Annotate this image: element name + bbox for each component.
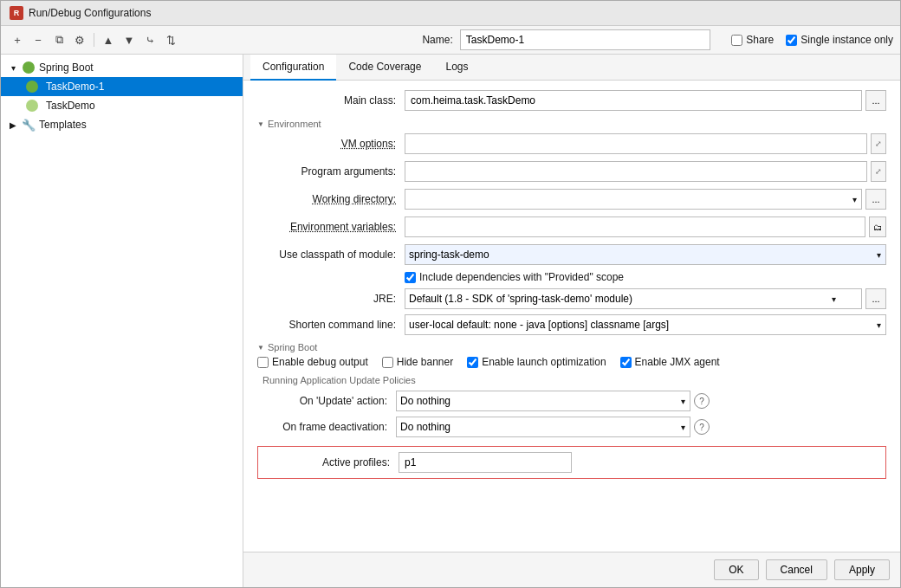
jre-label: JRE:: [257, 293, 405, 305]
main-window: R Run/Debug Configurations + − ⧉ ⚙ ▲ ▼ ⤷…: [0, 0, 901, 588]
hide-banner-check-label[interactable]: Hide banner: [382, 356, 453, 368]
cancel-button[interactable]: Cancel: [766, 559, 827, 580]
working-dir-browse-button[interactable]: ...: [865, 189, 886, 210]
on-update-row: On 'Update' action: Do nothing ?: [257, 391, 886, 411]
sidebar-item-templates[interactable]: ▶ 🔧 Templates: [1, 115, 243, 134]
enable-launch-check-label[interactable]: Enable launch optimization: [467, 356, 606, 368]
vm-options-label: VM options:: [257, 138, 405, 150]
include-deps-label[interactable]: Include dependencies with "Provided" sco…: [405, 271, 624, 283]
sidebar: ▾ Spring Boot TaskDemo-1 TaskDemo: [1, 55, 243, 587]
shorten-select[interactable]: user-local default: none - java [options…: [405, 314, 886, 335]
templates-label: Templates: [39, 119, 87, 131]
taskdemo-1-spring-icon: [26, 81, 38, 93]
env-vars-row: Environment variables: 🗂: [257, 216, 886, 238]
environment-section-header: ▼ Environment: [257, 119, 886, 129]
sort-button[interactable]: ⇅: [161, 30, 180, 49]
env-vars-control: 🗂: [405, 216, 886, 237]
env-vars-browse-button[interactable]: 🗂: [869, 216, 886, 237]
enable-jmx-check-label[interactable]: Enable JMX agent: [620, 356, 720, 368]
config-panel: Main class: ... ▼ Environment VM options…: [243, 81, 900, 552]
include-deps-row: Include dependencies with "Provided" sco…: [405, 271, 886, 283]
classpath-select[interactable]: spring-task-demo: [405, 244, 886, 265]
single-instance-checkbox[interactable]: [786, 35, 797, 46]
right-panel: Configuration Code Coverage Logs Main cl…: [243, 55, 900, 587]
include-deps-checkbox[interactable]: [405, 272, 416, 283]
enable-debug-checkbox[interactable]: [257, 357, 269, 368]
tabs-bar: Configuration Code Coverage Logs: [243, 55, 900, 81]
enable-debug-check-label[interactable]: Enable debug output: [257, 356, 368, 368]
classpath-row: Use classpath of module: spring-task-dem…: [257, 243, 886, 266]
main-class-label: Main class:: [257, 94, 405, 107]
enable-launch-checkbox[interactable]: [467, 357, 478, 368]
spring-boot-section-label: Spring Boot: [268, 342, 317, 352]
remove-button[interactable]: −: [29, 30, 48, 49]
on-frame-select[interactable]: Do nothing: [396, 417, 690, 437]
enable-jmx-checkbox[interactable]: [620, 357, 632, 368]
env-vars-label: Environment variables:: [257, 221, 405, 233]
on-update-select[interactable]: Do nothing: [396, 391, 690, 411]
jre-select[interactable]: Default (1.8 - SDK of 'spring-task-demo'…: [405, 288, 862, 309]
title-bar: R Run/Debug Configurations: [1, 1, 900, 26]
main-class-browse-button[interactable]: ...: [865, 90, 886, 111]
hide-banner-checkbox[interactable]: [382, 357, 393, 368]
on-frame-row: On frame deactivation: Do nothing ?: [257, 417, 886, 437]
spring-boot-expander[interactable]: ▾: [8, 63, 18, 73]
sidebar-item-taskdemo[interactable]: TaskDemo: [1, 96, 243, 115]
jre-browse-button[interactable]: ...: [865, 288, 886, 309]
on-update-help-icon[interactable]: ?: [694, 393, 710, 409]
share-label: Share: [746, 34, 774, 46]
single-instance-label[interactable]: Single instance only: [786, 34, 893, 46]
env-vars-input[interactable]: [405, 216, 865, 237]
sidebar-item-spring-boot-group[interactable]: ▾ Spring Boot: [1, 58, 243, 77]
program-args-expand-button[interactable]: ⤢: [871, 161, 886, 182]
share-checkbox-label[interactable]: Share: [731, 34, 774, 46]
sidebar-item-taskdemo-1[interactable]: TaskDemo-1: [1, 77, 243, 96]
templates-expander[interactable]: ▶: [8, 120, 18, 130]
include-deps-text: Include dependencies with "Provided" sco…: [419, 271, 624, 283]
tab-code-coverage[interactable]: Code Coverage: [336, 55, 433, 81]
add-button[interactable]: +: [8, 30, 27, 49]
program-args-input[interactable]: [405, 161, 867, 182]
spring-boot-triangle[interactable]: ▼: [257, 344, 264, 352]
on-update-select-wrap: Do nothing: [396, 391, 690, 411]
main-content: ▾ Spring Boot TaskDemo-1 TaskDemo: [1, 55, 900, 587]
settings-button[interactable]: ⚙: [70, 30, 89, 49]
jre-select-wrap: Default (1.8 - SDK of 'spring-task-demo'…: [405, 288, 862, 309]
on-frame-help-icon[interactable]: ?: [694, 419, 710, 435]
program-args-control: ⤢: [405, 161, 886, 182]
templates-icon: 🔧: [22, 118, 36, 132]
working-dir-select[interactable]: [405, 189, 862, 210]
single-instance-text: Single instance only: [801, 34, 893, 46]
copy-button[interactable]: ⧉: [49, 30, 68, 49]
environment-triangle[interactable]: ▼: [257, 120, 264, 128]
running-app-title: Running Application Update Policies: [261, 375, 886, 385]
spring-boot-section: ▼ Spring Boot Enable debug output Hide b…: [257, 342, 886, 479]
working-dir-control: ...: [405, 189, 886, 210]
environment-label: Environment: [268, 119, 321, 129]
vm-options-expand-button[interactable]: ⤢: [871, 133, 886, 154]
vm-options-input[interactable]: [405, 133, 867, 154]
move-down-button[interactable]: ▼: [120, 30, 139, 49]
shorten-row: Shorten command line: user-local default…: [257, 314, 886, 335]
name-input[interactable]: [460, 29, 710, 50]
move-up-button[interactable]: ▲: [99, 30, 118, 49]
share-checkbox[interactable]: [731, 35, 742, 46]
main-class-control: ...: [405, 90, 886, 111]
tab-logs[interactable]: Logs: [433, 55, 480, 81]
toolbar: + − ⧉ ⚙ ▲ ▼ ⤷ ⇅ Name: Share Single insta…: [1, 26, 900, 55]
main-class-input[interactable]: [405, 90, 862, 111]
enable-jmx-label: Enable JMX agent: [635, 356, 720, 368]
taskdemo-1-label: TaskDemo-1: [46, 81, 104, 93]
apply-button[interactable]: Apply: [834, 559, 890, 580]
enable-launch-label: Enable launch optimization: [482, 356, 606, 368]
name-label: Name:: [422, 34, 452, 46]
tab-configuration[interactable]: Configuration: [250, 55, 336, 81]
app-icon: R: [10, 6, 23, 20]
ok-button[interactable]: OK: [714, 559, 758, 580]
vm-options-row: VM options: ⤢: [257, 132, 886, 155]
active-profiles-input[interactable]: [399, 452, 572, 473]
vm-options-control: ⤢: [405, 133, 886, 154]
program-args-label: Program arguments:: [257, 165, 405, 178]
move-button[interactable]: ⤷: [140, 30, 159, 49]
shorten-select-wrap: user-local default: none - java [options…: [405, 314, 886, 335]
